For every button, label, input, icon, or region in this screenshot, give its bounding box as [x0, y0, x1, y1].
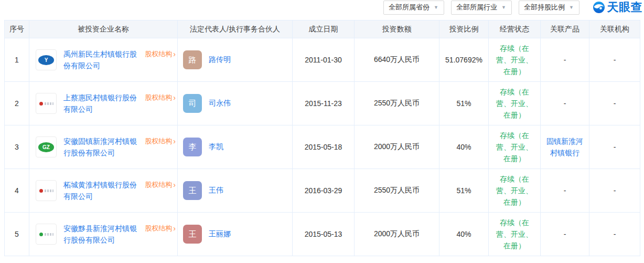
- chevron-down-icon: ▼: [501, 5, 506, 10]
- company-logo-glyph: [39, 233, 43, 236]
- investment-amount: 2550万人民币: [355, 169, 439, 213]
- chevron-right-icon: ›: [173, 181, 176, 188]
- related-org: -: [589, 213, 640, 256]
- row-index: 4: [5, 169, 29, 213]
- header-legal-rep: 法定代表人/执行事务合伙人: [178, 20, 293, 38]
- filter-bar: 全部所属省份 ▼ 全部所属行业 ▼ 全部持股比例 ▼ 天眼查: [0, 0, 644, 15]
- province-filter-dropdown[interactable]: 全部所属省份 ▼: [383, 1, 444, 15]
- investment-amount: 2000万人民币: [355, 125, 439, 169]
- status-badge: 存续（在营、开业、在册）: [489, 38, 541, 82]
- investment-ratio: 40%: [439, 125, 489, 169]
- company-logo-glyph: [39, 189, 43, 193]
- equity-structure-link[interactable]: 股权结构 ›: [145, 224, 176, 233]
- established-date: 2015-05-13: [293, 213, 355, 256]
- company-logo: Y: [36, 49, 57, 70]
- status-badge: 存续（在营、开业、在册）: [489, 169, 541, 213]
- status-badge: 存续（在营、开业、在册）: [489, 125, 541, 169]
- related-product: -: [541, 213, 589, 256]
- investment-ratio: 51%: [439, 82, 489, 125]
- equity-structure-link[interactable]: 股权结构 ›: [145, 93, 176, 102]
- company-name-link[interactable]: 上蔡惠民村镇银行股份有限公司: [63, 92, 140, 115]
- table-header-row: 序号 被投资企业名称 法定代表人/执行事务合伙人 成立日期 投资数额 投资比例 …: [5, 20, 640, 38]
- table-row: 4 柘城黄淮村镇银行股份有限公司 股权结构 ›: [5, 169, 640, 213]
- chevron-right-icon: ›: [173, 94, 176, 101]
- industry-filter-dropdown[interactable]: 全部所属行业 ▼: [451, 1, 512, 15]
- investment-ratio: 40%: [439, 213, 489, 256]
- investment-amount: 6640万人民币: [355, 38, 439, 82]
- company-logo: [36, 180, 57, 201]
- company-logo-wordmark: [45, 102, 53, 105]
- header-company: 被投资企业名称: [29, 20, 178, 38]
- header-status: 经营状态: [489, 20, 541, 38]
- investment-amount: 2000万人民币: [355, 213, 439, 256]
- shareholding-filter-dropdown[interactable]: 全部持股比例 ▼: [519, 1, 579, 15]
- related-product: -: [541, 38, 589, 82]
- related-org: -: [589, 38, 640, 82]
- investment-ratio: 51%: [439, 169, 489, 213]
- related-product: -: [541, 82, 589, 125]
- established-date: 2011-01-30: [293, 38, 355, 82]
- company-logo-glyph: GZ: [38, 142, 54, 152]
- header-seq: 序号: [5, 20, 29, 38]
- brand-name: 天眼查: [607, 0, 643, 15]
- related-org: -: [589, 82, 640, 125]
- row-index: 2: [5, 82, 29, 125]
- related-product: -: [541, 169, 589, 213]
- legal-rep-name-link[interactable]: 王丽娜: [209, 229, 231, 239]
- header-ratio: 投资比例: [439, 20, 489, 38]
- chevron-right-icon: ›: [173, 225, 176, 232]
- table-row: 2 上蔡惠民村镇银行股份有限公司 股权结构 ›: [5, 82, 640, 125]
- established-date: 2015-11-23: [293, 82, 355, 125]
- table-row: 5 安徽黟县新淮河村镇银行股份有限公司 股权结构 ›: [5, 213, 640, 256]
- invested-companies-table: 序号 被投资企业名称 法定代表人/执行事务合伙人 成立日期 投资数额 投资比例 …: [4, 20, 640, 256]
- company-logo-wordmark: [45, 190, 53, 192]
- company-logo: GZ: [36, 136, 57, 157]
- status-badge: 存续（在营、开业、在册）: [489, 82, 541, 125]
- status-badge: 存续（在营、开业、在册）: [489, 213, 541, 256]
- legal-rep-name-link[interactable]: 王伟: [209, 186, 223, 195]
- established-date: 2015-05-18: [293, 125, 355, 169]
- company-name-link[interactable]: 禹州新民生村镇银行股份有限公司: [63, 48, 140, 71]
- tianyancha-logo[interactable]: 天眼查: [593, 0, 643, 15]
- company-name-link[interactable]: 安徽固镇新淮河村镇银行股份有限公司: [63, 135, 140, 159]
- legal-rep-avatar[interactable]: 王: [183, 225, 202, 244]
- chevron-right-icon: ›: [173, 50, 176, 58]
- chevron-right-icon: ›: [173, 138, 176, 145]
- row-index: 5: [5, 213, 29, 256]
- legal-rep-avatar[interactable]: 路: [183, 50, 202, 69]
- tianyancha-eye-icon: [593, 1, 605, 14]
- legal-rep-avatar[interactable]: 王: [183, 181, 202, 200]
- header-established: 成立日期: [293, 20, 355, 38]
- header-org: 关联机构: [589, 20, 640, 38]
- header-product: 关联产品: [541, 20, 589, 38]
- legal-rep-name-link[interactable]: 路传明: [209, 55, 231, 65]
- equity-structure-link[interactable]: 股权结构 ›: [145, 136, 176, 146]
- company-logo-glyph: Y: [38, 55, 54, 65]
- company-logo-wordmark: [45, 233, 53, 236]
- legal-rep-name-link[interactable]: 李凯: [209, 142, 223, 152]
- table-row: 3 GZ 安徽固镇新淮河村镇银行股份有限公司 股权结构 ›: [5, 125, 640, 169]
- province-filter-label: 全部所属省份: [389, 3, 430, 12]
- row-index: 3: [5, 125, 29, 169]
- company-logo: [36, 224, 57, 245]
- industry-filter-label: 全部所属行业: [456, 3, 497, 12]
- company-name-link[interactable]: 柘城黄淮村镇银行股份有限公司: [63, 179, 140, 202]
- company-logo: [36, 93, 57, 114]
- related-product-link[interactable]: 固镇新淮河村镇银行: [546, 137, 583, 157]
- related-org: -: [589, 125, 640, 169]
- header-amount: 投资数额: [355, 20, 439, 38]
- legal-rep-avatar[interactable]: 司: [183, 94, 202, 113]
- company-name-link[interactable]: 安徽黟县新淮河村镇银行股份有限公司: [63, 223, 140, 246]
- investment-amount: 2550万人民币: [355, 82, 439, 125]
- equity-structure-link[interactable]: 股权结构 ›: [145, 49, 176, 59]
- shareholding-filter-label: 全部持股比例: [524, 3, 565, 12]
- legal-rep-name-link[interactable]: 司永伟: [209, 99, 231, 108]
- equity-structure-link[interactable]: 股权结构 ›: [145, 180, 176, 190]
- chevron-down-icon: ▼: [434, 5, 438, 10]
- company-logo-glyph: [39, 102, 43, 106]
- established-date: 2016-03-29: [293, 169, 355, 213]
- related-org: -: [589, 169, 640, 213]
- chevron-down-icon: ▼: [569, 5, 574, 10]
- legal-rep-avatar[interactable]: 李: [183, 138, 202, 156]
- row-index: 1: [5, 38, 29, 82]
